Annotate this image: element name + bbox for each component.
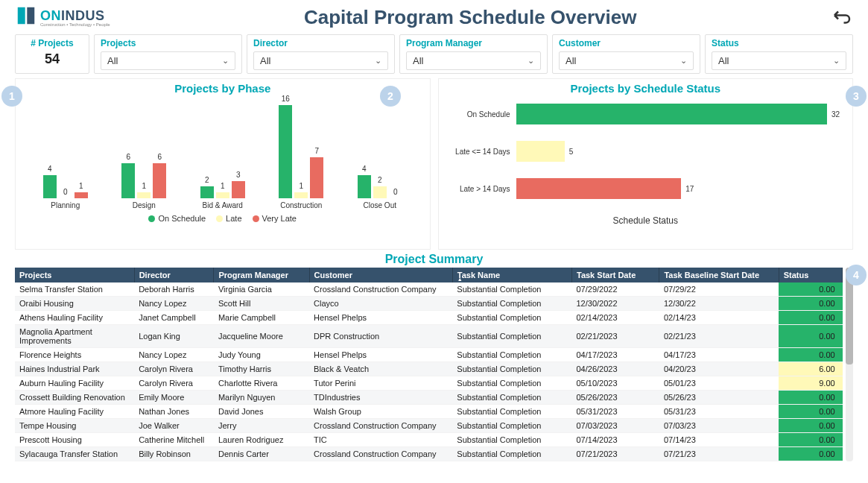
chevron-down-icon: ⌄ — [222, 56, 229, 66]
bar[interactable]: 1 — [137, 192, 151, 198]
chevron-down-icon: ⌄ — [375, 56, 381, 66]
hbar[interactable]: 32 — [516, 104, 828, 124]
cell: 05/26/2023 — [571, 391, 659, 405]
filter-projects-select[interactable]: All ⌄ — [101, 51, 235, 70]
hbar-row[interactable]: On Schedule32 — [449, 104, 828, 124]
table-row[interactable]: Florence HeightsNancy LopezJudy YoungHen… — [15, 348, 843, 362]
table-row[interactable]: Magnolia Apartment ImprovementsLogan Kin… — [15, 325, 843, 348]
legend-late: Late — [216, 214, 241, 223]
status-cell: 0.00 — [779, 348, 843, 362]
bar[interactable]: 1 — [216, 192, 229, 198]
cell: 02/21/2023 — [571, 325, 659, 348]
filter-value: All — [260, 55, 270, 66]
column-header[interactable]: Projects — [15, 268, 134, 282]
table-body: Selma Transfer StationDeborah HarrisVirg… — [15, 282, 843, 461]
cell: Magnolia Apartment Improvements — [15, 325, 134, 348]
cell: Crossland Construction Company — [309, 282, 452, 297]
column-header[interactable]: Customer — [309, 268, 452, 282]
bar-group[interactable]: 401Planning — [36, 101, 95, 209]
cell: 07/03/23 — [659, 419, 779, 433]
table-row[interactable]: Prescott HousingCatherine MitchellLauren… — [15, 433, 843, 447]
cell: 07/21/23 — [659, 447, 779, 461]
column-header[interactable]: Task Name▲ — [452, 268, 571, 282]
bar-chart-area[interactable]: 401Planning616Design213Bid & Award1617Co… — [19, 98, 427, 209]
filter-program-manager-select[interactable]: All ⌄ — [406, 51, 541, 70]
table-header: ProjectsDirectorProgram ManagerCustomerT… — [15, 268, 843, 282]
bar[interactable]: 6 — [121, 163, 135, 198]
bar-value-label: 1 — [221, 182, 225, 190]
hbar[interactable]: 5 — [516, 141, 565, 162]
bar[interactable]: 6 — [153, 163, 166, 198]
bar-value-label: 7 — [314, 147, 319, 155]
table-row[interactable]: Crossett Building RenovationEmily MooreM… — [15, 391, 843, 405]
table-row[interactable]: Sylacauga Transfer StationBilly Robinson… — [15, 447, 843, 461]
table-row[interactable]: Haines Industrial ParkCarolyn RiveraTimo… — [15, 362, 843, 376]
column-header[interactable]: Task Start Date — [571, 268, 659, 282]
hbar-row[interactable]: Late > 14 Days17 — [449, 178, 828, 199]
legend-very-late: Very Late — [253, 214, 297, 223]
cell: Tempe Housing — [15, 419, 134, 433]
table-scrollbar[interactable] — [846, 268, 853, 461]
filter-director-select[interactable]: All ⌄ — [253, 51, 388, 70]
cell: Haines Industrial Park — [15, 362, 134, 376]
cell: Virginia Garcia — [214, 282, 309, 297]
charts-row: Projects by Phase 401Planning616Design21… — [0, 78, 868, 250]
filter-value: All — [413, 55, 423, 66]
column-header[interactable]: Director — [134, 268, 214, 282]
table-row[interactable]: Oraibi HousingNancy LopezScott HillClayc… — [15, 297, 843, 311]
column-header[interactable]: Task Baseline Start Date — [659, 268, 779, 282]
filter-program-manager: Program Manager All ⌄ — [399, 34, 548, 74]
bar-value-label: 2 — [378, 176, 382, 184]
bar[interactable]: 4 — [358, 175, 371, 198]
bar-value-label: 1 — [79, 182, 83, 190]
bar-value-label: 3 — [236, 171, 241, 179]
bar[interactable]: 3 — [232, 181, 245, 198]
status-cell: 6.00 — [779, 362, 843, 376]
bar-group[interactable]: 420Close Out — [350, 101, 410, 209]
table-row[interactable]: Atmore Hauling FacilityNathan JonesDavid… — [15, 405, 843, 419]
cell: Marie Campbell — [214, 311, 309, 325]
hbar-category-label: On Schedule — [449, 110, 516, 119]
bar[interactable]: 4 — [43, 175, 57, 198]
cell: Nancy Lopez — [134, 297, 214, 311]
swatch-icon — [148, 215, 155, 222]
bar-value-label: 1 — [299, 182, 303, 190]
table-row[interactable]: Auburn Hauling FacilityCarolyn RiveraCha… — [15, 376, 843, 391]
bar-group[interactable]: 616Design — [114, 101, 174, 209]
cell: 07/29/22 — [659, 282, 779, 297]
bar[interactable]: 1 — [294, 192, 308, 198]
column-header[interactable]: Program Manager — [214, 268, 309, 282]
cell: Florence Heights — [15, 348, 134, 362]
bar-group[interactable]: 1617Construction — [271, 101, 331, 209]
bar[interactable]: 1 — [75, 192, 88, 198]
table-row[interactable]: Athens Hauling FacilityJanet CampbellMar… — [15, 311, 843, 325]
cell: Tutor Perini — [309, 376, 452, 391]
hbar-row[interactable]: Late <= 14 Days5 — [449, 141, 828, 162]
hbar-value-label: 32 — [827, 110, 840, 119]
back-button[interactable] — [831, 6, 853, 28]
cell: Substantial Completion — [452, 405, 571, 419]
logo: ONINDUS Construction • Technology • Peop… — [15, 4, 110, 30]
bar[interactable]: 16 — [279, 105, 292, 198]
table-row[interactable]: Tempe HousingJoe WalkerJerryCrossland Co… — [15, 419, 843, 433]
header: ONINDUS Construction • Technology • Peop… — [0, 0, 868, 31]
cell: Charlotte Rivera — [214, 376, 309, 391]
hbar-category-label: Late > 14 Days — [449, 185, 516, 193]
hbar[interactable]: 17 — [516, 178, 682, 199]
cell: Carolyn Rivera — [134, 376, 214, 391]
cell: Walsh Group — [309, 405, 452, 419]
filter-status-select[interactable]: All ⌄ — [712, 51, 846, 70]
filter-label: Program Manager — [406, 38, 541, 48]
bar-group[interactable]: 213Bid & Award — [193, 101, 253, 209]
column-header[interactable]: Status — [779, 268, 843, 282]
cell: Nathan Jones — [134, 405, 214, 419]
bar[interactable]: 7 — [310, 157, 323, 198]
filter-label: Customer — [559, 38, 694, 48]
bar[interactable]: 2 — [373, 186, 387, 198]
bar-value-label: 4 — [48, 165, 52, 173]
cell: Crossland Construction Company — [309, 419, 452, 433]
filter-customer-select[interactable]: All ⌄ — [559, 51, 694, 70]
hbar-chart-area[interactable]: On Schedule32Late <= 14 Days5Late > 14 D… — [442, 98, 850, 199]
bar[interactable]: 2 — [200, 186, 214, 198]
table-row[interactable]: Selma Transfer StationDeborah HarrisVirg… — [15, 282, 843, 297]
